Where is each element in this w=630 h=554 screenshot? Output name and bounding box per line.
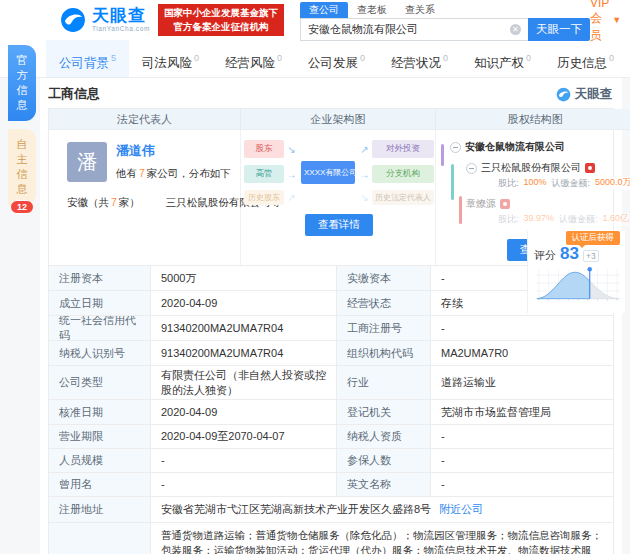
tab-count: 0 <box>443 53 448 63</box>
nearby-companies-link[interactable]: 附近公司 <box>439 502 483 516</box>
col-header-org-chart: 企业架构图 <box>241 109 436 130</box>
search-tabs: 查公司 查老板 查关系 <box>300 3 590 18</box>
arrow-down-right-icon: ↘ <box>357 192 372 203</box>
amount-value: 5000.0万 <box>595 177 630 190</box>
org-node-historical-legal-rep[interactable]: 历史法定代表人 <box>372 190 434 205</box>
org-chart-card: 股东 ↘ 对外投资 ↗ 高管 → XXXX有限公司 → 分支机构 历史股东 ↗ … <box>241 130 436 265</box>
search-module: 查公司 查老板 查关系 ✕ 天眼一下 <box>300 3 590 41</box>
org-node-executives[interactable]: 高管 <box>244 165 284 183</box>
info-label: 营业期限 <box>49 425 151 449</box>
info-label: 实缴资本 <box>337 266 431 291</box>
col-header-legal-rep: 法定代表人 <box>49 109 241 130</box>
ratio-value: 39.97% <box>524 213 555 226</box>
search-tab-relation[interactable]: 查关系 <box>396 2 444 18</box>
shareholder-name-link[interactable]: 三只松鼠股份有限公司 <box>481 161 581 175</box>
legal-rep-card: 潘 潘道伟 他有7家公司，分布如下 安徽（共7家） 三只松鼠股份有限公司等 <box>49 130 241 265</box>
info-label: 参保人数 <box>337 449 431 473</box>
beneficial-owner-icon <box>585 163 595 173</box>
company-nav-tabs: 公司背景5 司法风险0 经营风险0 公司发展0 经营状况0 知识产权0 历史信息… <box>0 40 630 78</box>
brand-name: 天眼查 <box>92 7 150 24</box>
info-value: 91340200MA2UMA7R04 <box>151 341 337 366</box>
score-badge: 认证后获得 <box>566 231 621 245</box>
tab-company-background[interactable]: 公司背景5 <box>46 40 129 77</box>
gov-badge-line2: 官方备案企业征信机构 <box>164 20 278 34</box>
info-label: 成立日期 <box>49 291 151 316</box>
watermark-logo: 天眼查 <box>556 86 613 103</box>
collapse-icon[interactable] <box>466 163 477 174</box>
collapse-icon[interactable] <box>450 142 461 153</box>
info-value: - <box>431 473 614 497</box>
equity-root-company[interactable]: 安徽仓鼠物流有限公司 <box>465 140 565 154</box>
business-scope-text: 普通货物道路运输；普通货物仓储服务（除危化品）；物流园区管理服务；物流信息咨询服… <box>151 523 614 554</box>
ratio-label: 股比: <box>498 177 519 190</box>
org-node-company-center[interactable]: XXXX有限公司 <box>301 161 355 184</box>
vip-member-menu[interactable]: VIP会员 ▼ <box>590 0 621 44</box>
info-label: 行业 <box>337 366 431 400</box>
org-node-outbound-investment[interactable]: 对外投资 <box>372 140 434 158</box>
info-label: 经营状态 <box>337 291 431 316</box>
tab-history-info[interactable]: 历史信息0 <box>544 40 627 77</box>
tab-count: 0 <box>526 53 531 63</box>
info-label: 公司类型 <box>49 366 151 400</box>
brand-domain: TianYanCha.com <box>92 26 150 33</box>
info-value: 5000万 <box>151 266 337 291</box>
info-label: 纳税人资质 <box>337 425 431 449</box>
search-tab-boss[interactable]: 查老板 <box>348 2 396 18</box>
org-node-historical-shareholders[interactable]: 历史股东 <box>244 190 284 205</box>
info-label: 曾用名 <box>49 473 151 497</box>
region-count: 7 <box>111 196 117 208</box>
tab-operation-risk[interactable]: 经营风险0 <box>212 40 295 77</box>
info-value: 芜湖市市场监督管理局 <box>431 400 614 425</box>
tianyancha-logo[interactable]: 天眼查 TianYanCha.com <box>60 7 150 33</box>
org-node-shareholders[interactable]: 股东 <box>244 140 284 158</box>
self-info-count-badge: 12 <box>10 200 34 214</box>
company-score-widget[interactable]: 认证后获得 评分 83 +3 <box>527 231 625 313</box>
search-input[interactable] <box>300 18 528 41</box>
tab-intellectual-property[interactable]: 知识产权0 <box>461 40 544 77</box>
gov-badge-line1: 国家中小企业发展基金旗下 <box>164 6 278 20</box>
section-title: 工商信息 <box>48 85 100 103</box>
info-label: 组织机构代码 <box>337 341 431 366</box>
chevron-down-icon: ▼ <box>612 15 621 25</box>
search-button[interactable]: 天眼一下 <box>528 18 590 41</box>
tree-bar <box>451 164 454 200</box>
tree-bar <box>459 196 462 224</box>
legal-rep-name-link[interactable]: 潘道伟 <box>116 142 231 160</box>
search-tab-company[interactable]: 查公司 <box>300 2 348 18</box>
ratio-label: 股比: <box>498 213 519 226</box>
info-label: 核准日期 <box>49 400 151 425</box>
tab-operation-status[interactable]: 经营状况0 <box>378 40 461 77</box>
tianyancha-logo-icon <box>60 7 86 33</box>
side-tab-self-info[interactable]: 自主信息 12 <box>8 129 36 205</box>
clear-icon[interactable]: ✕ <box>510 24 521 35</box>
tab-company-development[interactable]: 公司发展0 <box>295 40 378 77</box>
amount-value: 1.60亿 <box>603 213 630 226</box>
amount-label: 认缴金额: <box>559 213 598 226</box>
score-delta: +3 <box>583 250 599 262</box>
tab-count: 5 <box>111 53 116 63</box>
tab-count: 0 <box>277 53 282 63</box>
org-node-branches[interactable]: 分支机构 <box>372 165 434 183</box>
registered-address: 安徽省芜湖市弋江区芜湖高新技术产业开发区久盛路8号 附近公司 <box>151 497 614 523</box>
tab-judicial-risk[interactable]: 司法风险0 <box>129 40 212 77</box>
tianyancha-watermark-icon <box>556 87 571 102</box>
side-tab-official-info[interactable]: 官方信息 <box>8 45 36 121</box>
info-value: - <box>431 425 614 449</box>
page: 天眼查 TianYanCha.com 国家中小企业发展基金旗下 官方备案企业征信… <box>0 0 630 554</box>
shareholder-name-link[interactable]: 章燎源 <box>466 197 496 211</box>
arrow-right-icon: → <box>284 169 299 180</box>
info-label: 工商注册号 <box>337 316 431 341</box>
amount-label: 认缴金额: <box>552 177 591 190</box>
watermark-text: 天眼查 <box>575 86 613 103</box>
top-bar: 天眼查 TianYanCha.com 国家中小企业发展基金旗下 官方备案企业征信… <box>0 0 630 40</box>
avatar[interactable]: 潘 <box>67 142 107 182</box>
info-value: MA2UMA7R0 <box>431 341 614 366</box>
region-summary: 安徽（共7家） <box>67 196 140 210</box>
info-value: 2020-04-09 <box>151 400 337 425</box>
info-label: 英文名称 <box>337 473 431 497</box>
arrow-up-right-icon: ↗ <box>284 192 299 203</box>
org-chart-detail-button[interactable]: 查看详情 <box>305 214 373 236</box>
info-label: 注册资本 <box>49 266 151 291</box>
gov-certification-badge: 国家中小企业发展基金旗下 官方备案企业征信机构 <box>158 4 284 36</box>
info-value: - <box>431 316 614 341</box>
